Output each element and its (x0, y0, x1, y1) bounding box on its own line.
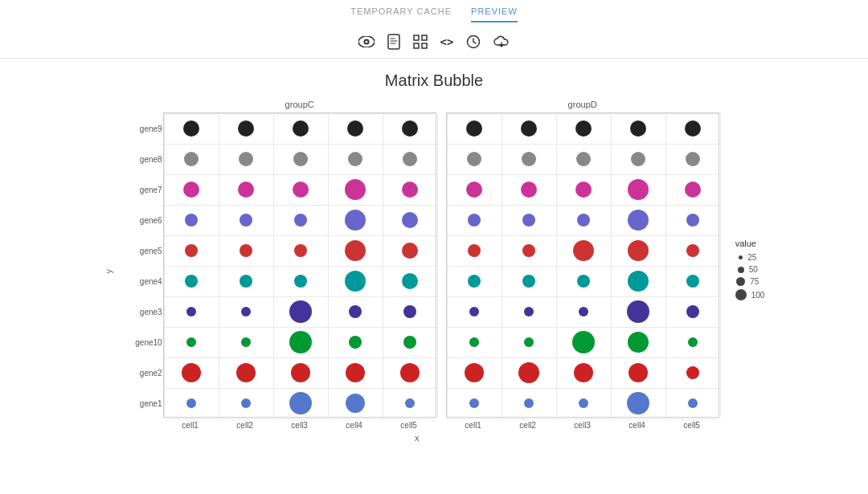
grid-line-h (447, 296, 719, 297)
bubble (238, 182, 254, 198)
bubble (345, 210, 366, 231)
bubble (685, 182, 701, 198)
bubble (573, 240, 594, 261)
grid-line-h (164, 357, 436, 358)
tab-bar: TEMPORARY CACHE PREVIEW (350, 6, 518, 22)
bubble (572, 331, 595, 353)
legend-bubble-25 (739, 255, 743, 259)
x-axis-labels-groupC: cell1cell2cell3cell4cell5 (163, 421, 436, 430)
grid-line-h (164, 388, 436, 389)
grid-line-h (164, 266, 436, 267)
bubble (186, 337, 196, 347)
bubble (469, 398, 479, 408)
grid-line-v (720, 113, 721, 417)
bubble (522, 244, 535, 257)
svg-rect-7 (422, 43, 427, 48)
bubble (628, 179, 649, 200)
bubble (686, 366, 699, 379)
bubble (686, 244, 699, 257)
bubble (522, 275, 535, 288)
grid-wrapper-groupD (446, 112, 719, 418)
bubble (577, 214, 590, 227)
bubble (524, 337, 534, 347)
bubble (521, 120, 537, 137)
bubble (240, 244, 252, 257)
grid-line-h (164, 418, 436, 419)
bubble (522, 152, 536, 166)
bubble (628, 332, 649, 353)
bubble (518, 362, 539, 383)
bubble (402, 182, 418, 198)
bubble (183, 182, 199, 198)
bubble (186, 398, 196, 408)
code-icon[interactable]: <> (440, 35, 454, 48)
bubble (466, 120, 482, 137)
tab-preview[interactable]: PREVIEW (471, 6, 518, 22)
bubble (238, 120, 254, 137)
bubble (521, 182, 537, 198)
bubble (686, 214, 699, 227)
chart-title: Matrix Bubble (385, 71, 483, 90)
bubble (630, 120, 646, 137)
bubble (688, 398, 698, 408)
bubble (628, 363, 648, 382)
bubble (349, 305, 362, 318)
x-label-cell5: cell5 (382, 421, 436, 430)
legend-item-50: 50 (735, 265, 765, 274)
bubble (349, 336, 362, 349)
bubble (400, 363, 420, 382)
bubble (241, 398, 251, 408)
bubble (293, 182, 309, 198)
grid-icon[interactable] (413, 35, 428, 49)
grid-line-h (447, 327, 719, 328)
cloud-download-icon[interactable] (493, 35, 510, 48)
y-label-gene7: gene7 (122, 174, 162, 205)
bubble (524, 398, 534, 408)
bubble (289, 300, 312, 323)
file-pdf-icon[interactable] (387, 34, 400, 50)
bubble (402, 120, 418, 137)
bubble (688, 337, 698, 347)
legend-label-25: 25 (747, 253, 756, 262)
legend-label-100: 100 (751, 291, 765, 300)
tab-temporary-cache[interactable]: TEMPORARY CACHE (350, 6, 452, 22)
grid-line-v (502, 113, 502, 417)
legend-label-50: 50 (749, 265, 758, 274)
bubble (686, 305, 699, 318)
bubble (186, 307, 196, 316)
chart-area: y groupCgene1gene2gene10gene3gene4gene5g… (0, 100, 868, 443)
bubble (577, 275, 590, 288)
bubble (576, 152, 591, 166)
bubble (402, 273, 418, 289)
bubble (403, 336, 416, 349)
grid-line-h (447, 388, 719, 389)
history-icon[interactable] (466, 35, 481, 49)
bubble (185, 244, 198, 257)
bubble (185, 214, 198, 227)
bubble (183, 120, 199, 137)
bubble (293, 120, 309, 137)
bubble (575, 182, 592, 198)
bubble (241, 307, 251, 316)
y-label-gene3: gene3 (122, 296, 162, 327)
x-axis-labels-groupD: cell1cell2cell3cell4cell5 (446, 421, 719, 430)
eye-icon[interactable] (358, 36, 375, 47)
x-label-cell4: cell4 (610, 421, 665, 430)
bubble (239, 152, 253, 166)
bubble (185, 275, 198, 288)
grid-line-v (665, 113, 666, 417)
bubble (468, 275, 481, 288)
grid-line-h (447, 418, 719, 419)
bubble (627, 300, 649, 323)
bubble (291, 363, 310, 382)
x-label-cell4: cell4 (327, 421, 382, 430)
bubble (241, 337, 251, 347)
group-panel-groupC: groupCgene1gene2gene10gene3gene4gene5gen… (163, 100, 436, 430)
y-label-gene5: gene5 (122, 235, 162, 266)
grid-line-v (447, 113, 448, 417)
grid-line-v (328, 113, 329, 417)
bubble (294, 244, 307, 257)
grid-line-h (447, 144, 719, 145)
bubble (345, 179, 366, 200)
grid-line-h (164, 327, 436, 328)
